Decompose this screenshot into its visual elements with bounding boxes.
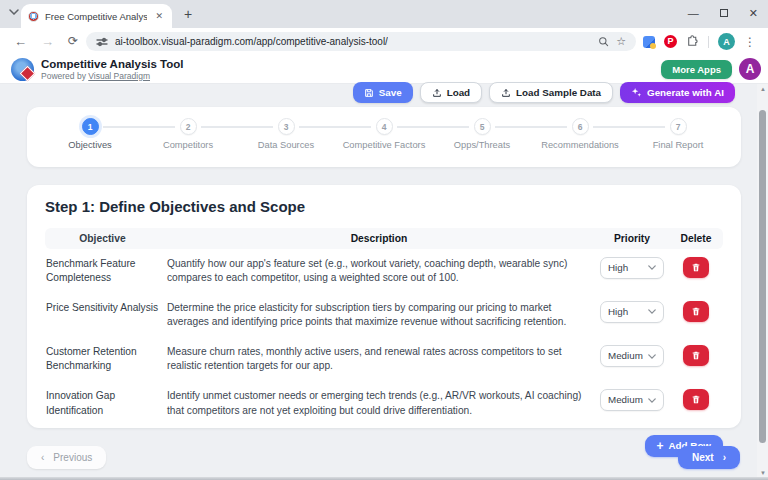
browser-menu-icon[interactable]: ⋮ [744,35,756,49]
step-label: Recommendations [531,140,629,150]
chevron-right-icon: › [723,452,726,463]
step-number-badge: 6 [572,118,589,135]
plus-icon: + [657,440,664,452]
tab-close-icon[interactable]: ✕ [153,11,165,21]
stepper-step-final-report[interactable]: 7Final Report [629,118,727,150]
next-label: Next [692,452,714,463]
delete-row-button[interactable] [683,389,709,410]
step-number-badge: 4 [376,118,393,135]
stepper-step-opps-threats[interactable]: 5Opps/Threats [433,118,531,150]
visual-paradigm-link[interactable]: Visual Paradigm [88,71,150,81]
new-tab-button[interactable]: + [184,6,192,22]
stepper: 1Objectives2Competitors3Data Sources4Com… [41,118,727,150]
site-settings-icon[interactable] [96,37,108,47]
scrollbar-up-arrow[interactable]: ▲ [760,86,766,92]
objective-cell: Customer Retention Benchmarking [45,337,163,381]
refresh-icon[interactable]: ⟳ [68,34,78,48]
priority-cell: High [595,249,669,293]
priority-value: Medium [608,349,643,363]
extensions-area: P A ⋮ [643,32,756,51]
url-bar[interactable]: ai-toolbox.visual-paradigm.com/app/compe… [86,32,636,51]
stepper-step-competitive-factors[interactable]: 4Competitive Factors [335,118,433,150]
description-cell: Identify unmet customer needs or emergin… [163,381,595,425]
app-title: Competitive Analysis Tool [41,58,184,70]
stepper-step-objectives[interactable]: 1Objectives [41,118,139,150]
priority-select[interactable]: Medium [600,389,664,411]
app-header: Competitive Analysis Tool Powered by Vis… [0,55,768,84]
browser-address-bar: ← → ⟳ ai-toolbox.visual-paradigm.com/app… [0,28,768,55]
zoom-icon[interactable] [598,36,609,47]
step-label: Final Report [629,140,727,150]
priority-select[interactable]: High [600,257,664,279]
tab-title: Free Competitive Analysis Tool | [45,11,147,22]
delete-row-button[interactable] [683,301,709,322]
browser-tab[interactable]: Free Competitive Analysis Tool | ✕ [21,4,172,28]
pinterest-extension-icon[interactable]: P [664,35,677,48]
page-title: Step 1: Define Objectives and Scope [45,198,723,215]
stepper-step-competitors[interactable]: 2Competitors [139,118,237,150]
step-number-badge: 2 [180,118,197,135]
upload-icon [501,88,511,98]
upload-icon [432,88,442,98]
priority-value: High [608,305,628,319]
save-button[interactable]: Save [353,82,413,103]
column-header-objective: Objective [45,228,163,249]
load-label: Load [447,87,470,98]
window-controls: — ✕ [688,4,758,22]
load-button[interactable]: Load [420,82,482,103]
chevron-down-icon [648,309,656,314]
step-number-badge: 7 [670,118,687,135]
scrollbar-thumb[interactable] [759,110,766,443]
generate-with-ai-button[interactable]: Generate with AI [620,82,735,103]
priority-cell: High [595,293,669,337]
objectives-table-body: Benchmark Feature CompletenessQuantify h… [45,249,723,426]
window-minimize-button[interactable]: — [688,4,699,22]
delete-row-button[interactable] [683,257,709,278]
step-label: Competitors [139,140,237,150]
delete-cell [669,337,723,381]
step-label: Objectives [41,140,139,150]
priority-select[interactable]: High [600,301,664,323]
description-cell: Measure churn rates, monthly active user… [163,337,595,381]
drive-extension-icon[interactable] [643,36,655,48]
table-row: Customer Retention BenchmarkingMeasure c… [45,337,723,381]
priority-cell: Medium [595,337,669,381]
column-header-description: Description [163,228,595,249]
next-button[interactable]: Next › [678,446,740,469]
priority-select[interactable]: Medium [600,345,664,367]
forward-icon[interactable]: → [41,34,54,49]
scrollbar-down-arrow[interactable]: ▼ [760,470,766,476]
chevron-down-icon [648,265,656,270]
user-avatar[interactable]: A [739,58,761,80]
trash-icon [691,306,701,317]
tab-search-chevron-icon[interactable] [9,9,19,15]
powered-by-prefix: Powered by [41,71,88,81]
description-cell: Determine the price elasticity for subsc… [163,293,595,337]
browser-tab-strip: Free Competitive Analysis Tool | ✕ + — ✕ [0,0,768,28]
chevron-left-icon: ‹ [41,452,44,463]
url-text: ai-toolbox.visual-paradigm.com/app/compe… [115,36,388,47]
more-apps-button[interactable]: More Apps [661,60,732,79]
bookmark-star-icon[interactable]: ☆ [616,36,626,47]
sparkles-icon [631,87,642,98]
window-close-button[interactable]: ✕ [749,4,758,22]
objective-cell: Innovation Gap Identification [45,381,163,425]
chevron-down-icon [648,398,656,403]
back-icon[interactable]: ← [14,34,27,49]
delete-cell [669,381,723,425]
previous-button[interactable]: ‹ Previous [27,446,106,469]
objectives-table: Objective Description Priority Delete Be… [45,228,723,426]
stepper-step-data-sources[interactable]: 3Data Sources [237,118,335,150]
browser-profile-avatar[interactable]: A [718,33,735,50]
step1-card: Step 1: Define Objectives and Scope Obje… [27,185,741,428]
extensions-puzzle-icon[interactable] [686,35,699,48]
delete-cell [669,249,723,293]
divider [708,36,709,48]
stepper-step-recommendations[interactable]: 6Recommendations [531,118,629,150]
previous-label: Previous [53,452,92,463]
window-maximize-button[interactable] [720,9,728,17]
load-sample-data-button[interactable]: Load Sample Data [489,82,613,103]
trash-icon [691,394,701,405]
delete-row-button[interactable] [683,345,709,366]
trash-icon [691,262,701,273]
